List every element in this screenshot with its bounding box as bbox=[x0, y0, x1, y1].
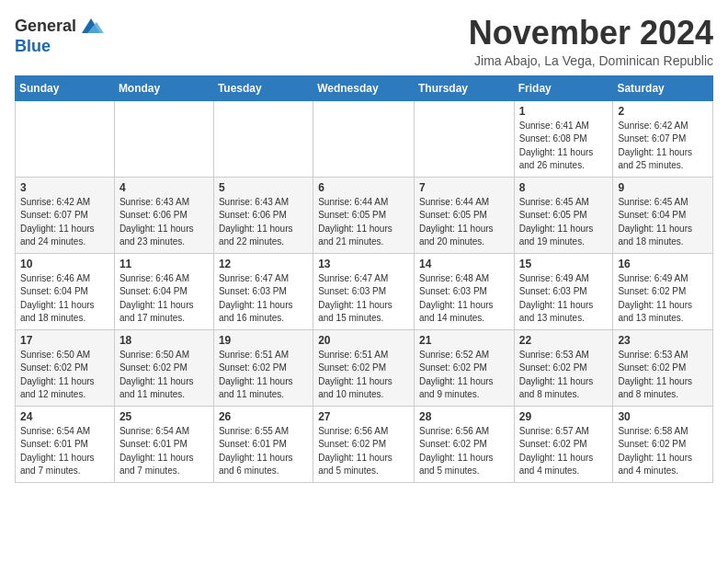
day-number: 23 bbox=[618, 334, 708, 347]
calendar-cell: 25Sunrise: 6:54 AM Sunset: 6:01 PM Dayli… bbox=[114, 406, 213, 482]
day-info: Sunrise: 6:58 AM Sunset: 6:02 PM Dayligh… bbox=[618, 425, 708, 478]
calendar-header-row: SundayMondayTuesdayWednesdayThursdayFrid… bbox=[16, 75, 713, 100]
weekday-header: Tuesday bbox=[213, 75, 313, 100]
day-number: 4 bbox=[119, 181, 209, 194]
calendar-cell: 18Sunrise: 6:50 AM Sunset: 6:02 PM Dayli… bbox=[114, 329, 213, 406]
weekday-header: Wednesday bbox=[313, 75, 415, 100]
day-info: Sunrise: 6:43 AM Sunset: 6:06 PM Dayligh… bbox=[119, 196, 209, 249]
calendar-cell bbox=[414, 100, 514, 177]
calendar-cell bbox=[213, 100, 313, 177]
logo-general: General bbox=[15, 17, 76, 36]
calendar-cell: 14Sunrise: 6:48 AM Sunset: 6:03 PM Dayli… bbox=[414, 253, 514, 329]
day-info: Sunrise: 6:45 AM Sunset: 6:05 PM Dayligh… bbox=[519, 196, 609, 249]
calendar-cell: 17Sunrise: 6:50 AM Sunset: 6:02 PM Dayli… bbox=[16, 329, 115, 406]
calendar-table: SundayMondayTuesdayWednesdayThursdayFrid… bbox=[15, 75, 713, 483]
calendar-cell: 27Sunrise: 6:56 AM Sunset: 6:02 PM Dayli… bbox=[313, 406, 415, 482]
day-number: 24 bbox=[20, 410, 109, 423]
day-info: Sunrise: 6:45 AM Sunset: 6:04 PM Dayligh… bbox=[618, 196, 708, 249]
day-number: 9 bbox=[618, 181, 708, 194]
calendar-cell: 6Sunrise: 6:44 AM Sunset: 6:05 PM Daylig… bbox=[313, 177, 415, 253]
calendar-cell bbox=[16, 100, 115, 177]
day-info: Sunrise: 6:54 AM Sunset: 6:01 PM Dayligh… bbox=[20, 425, 109, 478]
calendar-cell: 13Sunrise: 6:47 AM Sunset: 6:03 PM Dayli… bbox=[313, 253, 415, 329]
day-info: Sunrise: 6:46 AM Sunset: 6:04 PM Dayligh… bbox=[119, 272, 209, 326]
day-number: 11 bbox=[119, 258, 209, 270]
calendar-cell: 23Sunrise: 6:53 AM Sunset: 6:02 PM Dayli… bbox=[613, 329, 713, 406]
calendar-cell: 26Sunrise: 6:55 AM Sunset: 6:01 PM Dayli… bbox=[213, 406, 313, 482]
day-info: Sunrise: 6:43 AM Sunset: 6:06 PM Dayligh… bbox=[219, 196, 308, 249]
day-number: 22 bbox=[519, 334, 609, 347]
calendar-cell: 4Sunrise: 6:43 AM Sunset: 6:06 PM Daylig… bbox=[114, 177, 213, 253]
day-info: Sunrise: 6:56 AM Sunset: 6:02 PM Dayligh… bbox=[318, 425, 409, 478]
day-info: Sunrise: 6:46 AM Sunset: 6:04 PM Dayligh… bbox=[20, 272, 109, 326]
day-info: Sunrise: 6:57 AM Sunset: 6:02 PM Dayligh… bbox=[519, 425, 609, 478]
calendar-cell: 19Sunrise: 6:51 AM Sunset: 6:02 PM Dayli… bbox=[213, 329, 313, 406]
day-info: Sunrise: 6:50 AM Sunset: 6:02 PM Dayligh… bbox=[20, 349, 109, 402]
calendar-week-row: 1Sunrise: 6:41 AM Sunset: 6:08 PM Daylig… bbox=[16, 100, 713, 177]
calendar-cell: 29Sunrise: 6:57 AM Sunset: 6:02 PM Dayli… bbox=[514, 406, 613, 482]
calendar-cell: 12Sunrise: 6:47 AM Sunset: 6:03 PM Dayli… bbox=[213, 253, 313, 329]
logo: General Blue bbox=[15, 15, 104, 56]
location: Jima Abajo, La Vega, Dominican Republic bbox=[469, 53, 713, 68]
day-info: Sunrise: 6:53 AM Sunset: 6:02 PM Dayligh… bbox=[519, 349, 609, 402]
day-number: 17 bbox=[20, 334, 109, 347]
day-number: 6 bbox=[318, 181, 409, 194]
day-info: Sunrise: 6:44 AM Sunset: 6:05 PM Dayligh… bbox=[318, 196, 409, 249]
day-number: 14 bbox=[419, 258, 509, 270]
day-info: Sunrise: 6:56 AM Sunset: 6:02 PM Dayligh… bbox=[419, 425, 509, 478]
calendar-cell: 28Sunrise: 6:56 AM Sunset: 6:02 PM Dayli… bbox=[414, 406, 514, 482]
day-info: Sunrise: 6:44 AM Sunset: 6:05 PM Dayligh… bbox=[419, 196, 509, 249]
calendar-cell: 11Sunrise: 6:46 AM Sunset: 6:04 PM Dayli… bbox=[114, 253, 213, 329]
weekday-header: Monday bbox=[114, 75, 213, 100]
calendar-week-row: 24Sunrise: 6:54 AM Sunset: 6:01 PM Dayli… bbox=[16, 406, 713, 482]
month-title: November 2024 bbox=[469, 15, 713, 52]
day-info: Sunrise: 6:55 AM Sunset: 6:01 PM Dayligh… bbox=[219, 425, 308, 478]
day-info: Sunrise: 6:53 AM Sunset: 6:02 PM Dayligh… bbox=[618, 349, 708, 402]
day-info: Sunrise: 6:51 AM Sunset: 6:02 PM Dayligh… bbox=[318, 349, 409, 402]
day-number: 2 bbox=[618, 105, 708, 118]
calendar-cell: 1Sunrise: 6:41 AM Sunset: 6:08 PM Daylig… bbox=[514, 100, 613, 177]
day-number: 15 bbox=[519, 258, 609, 270]
calendar-cell: 8Sunrise: 6:45 AM Sunset: 6:05 PM Daylig… bbox=[514, 177, 613, 253]
calendar-week-row: 3Sunrise: 6:42 AM Sunset: 6:07 PM Daylig… bbox=[16, 177, 713, 253]
day-number: 3 bbox=[20, 181, 109, 194]
calendar-cell: 16Sunrise: 6:49 AM Sunset: 6:02 PM Dayli… bbox=[613, 253, 713, 329]
calendar-cell: 10Sunrise: 6:46 AM Sunset: 6:04 PM Dayli… bbox=[16, 253, 115, 329]
day-number: 10 bbox=[20, 258, 109, 270]
weekday-header: Saturday bbox=[613, 75, 713, 100]
weekday-header: Sunday bbox=[16, 75, 115, 100]
calendar-cell: 2Sunrise: 6:42 AM Sunset: 6:07 PM Daylig… bbox=[613, 100, 713, 177]
day-number: 7 bbox=[419, 181, 509, 194]
day-info: Sunrise: 6:47 AM Sunset: 6:03 PM Dayligh… bbox=[318, 272, 409, 326]
calendar-week-row: 10Sunrise: 6:46 AM Sunset: 6:04 PM Dayli… bbox=[16, 253, 713, 329]
day-number: 5 bbox=[219, 181, 308, 194]
day-number: 19 bbox=[219, 334, 308, 347]
day-info: Sunrise: 6:48 AM Sunset: 6:03 PM Dayligh… bbox=[419, 272, 509, 326]
calendar-cell: 7Sunrise: 6:44 AM Sunset: 6:05 PM Daylig… bbox=[414, 177, 514, 253]
day-number: 26 bbox=[219, 410, 308, 423]
title-block: November 2024 Jima Abajo, La Vega, Domin… bbox=[469, 15, 713, 68]
day-number: 1 bbox=[519, 105, 609, 118]
calendar-cell bbox=[114, 100, 213, 177]
day-number: 8 bbox=[519, 181, 609, 194]
calendar-cell: 22Sunrise: 6:53 AM Sunset: 6:02 PM Dayli… bbox=[514, 329, 613, 406]
logo-icon bbox=[78, 15, 104, 37]
day-number: 16 bbox=[618, 258, 708, 270]
logo-blue: Blue bbox=[15, 37, 51, 55]
calendar-cell: 9Sunrise: 6:45 AM Sunset: 6:04 PM Daylig… bbox=[613, 177, 713, 253]
day-number: 12 bbox=[219, 258, 308, 270]
day-number: 20 bbox=[318, 334, 409, 347]
day-info: Sunrise: 6:49 AM Sunset: 6:03 PM Dayligh… bbox=[519, 272, 609, 326]
day-number: 18 bbox=[119, 334, 209, 347]
day-number: 13 bbox=[318, 258, 409, 270]
weekday-header: Thursday bbox=[414, 75, 514, 100]
day-info: Sunrise: 6:41 AM Sunset: 6:08 PM Dayligh… bbox=[519, 120, 609, 173]
day-info: Sunrise: 6:52 AM Sunset: 6:02 PM Dayligh… bbox=[419, 349, 509, 402]
day-info: Sunrise: 6:51 AM Sunset: 6:02 PM Dayligh… bbox=[219, 349, 308, 402]
calendar-cell: 20Sunrise: 6:51 AM Sunset: 6:02 PM Dayli… bbox=[313, 329, 415, 406]
page-header: General Blue November 2024 Jima Abajo, L… bbox=[15, 15, 713, 68]
day-number: 21 bbox=[419, 334, 509, 347]
day-number: 29 bbox=[519, 410, 609, 423]
day-info: Sunrise: 6:50 AM Sunset: 6:02 PM Dayligh… bbox=[119, 349, 209, 402]
calendar-week-row: 17Sunrise: 6:50 AM Sunset: 6:02 PM Dayli… bbox=[16, 329, 713, 406]
